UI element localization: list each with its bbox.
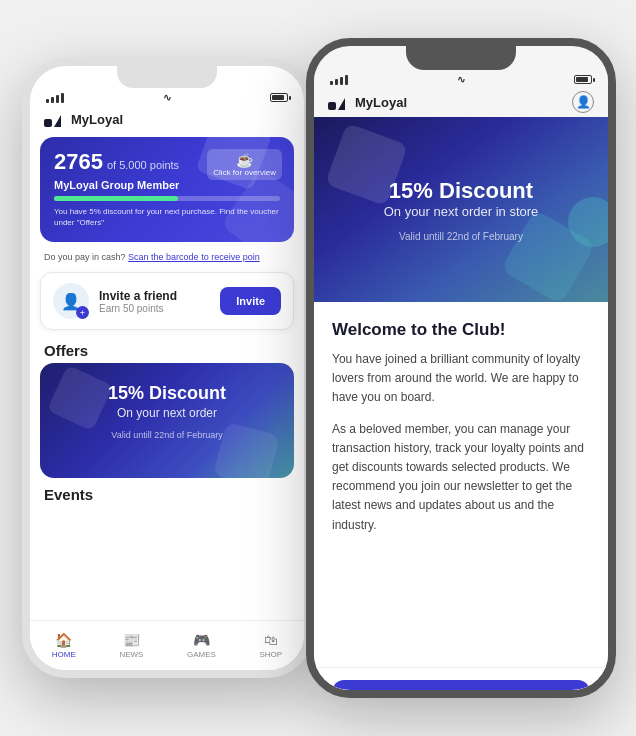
status-bar-1: ∿ bbox=[30, 88, 304, 105]
plus-badge: + bbox=[76, 306, 89, 319]
offer-card-title-1: 15% Discount bbox=[58, 383, 276, 404]
barcode-link[interactable]: Scan the barcode to receive poin bbox=[128, 252, 260, 262]
nav-news[interactable]: 📰 NEWS bbox=[119, 632, 143, 659]
logo-sq-2 bbox=[328, 102, 336, 110]
events-section-title: Events bbox=[30, 478, 304, 507]
points-number: 2765 bbox=[54, 149, 103, 175]
modal-offer-title: 15% Discount bbox=[389, 178, 533, 204]
signal-icon-2 bbox=[330, 75, 348, 85]
offer-card-valid-1: Valid untill 22nd of February bbox=[58, 430, 276, 440]
invite-button[interactable]: Invite bbox=[220, 287, 281, 315]
logo-icon-2 bbox=[328, 94, 350, 110]
teal-blob bbox=[568, 197, 608, 247]
modal-offer-card: 15% Discount On your next order in store… bbox=[314, 117, 608, 302]
welcome-para-1: You have joined a brilliant community of… bbox=[332, 350, 590, 408]
wifi-icon: ∿ bbox=[163, 92, 171, 103]
phone-1: ∿ MyLoyal 2765 of 5.000 points ☕ Click f… bbox=[22, 58, 312, 678]
overview-label: Click for overview bbox=[213, 168, 276, 177]
bottom-nav-1: 🏠 HOME 📰 NEWS 🎮 GAMES 🛍 SHOP bbox=[30, 620, 304, 670]
offers-section-title: Offers bbox=[30, 334, 304, 363]
app-name-2: MyLoyal bbox=[355, 95, 407, 110]
status-bar-2: ∿ bbox=[314, 70, 608, 87]
battery-icon-2 bbox=[574, 75, 592, 84]
points-total: of 5.000 points bbox=[107, 159, 179, 171]
cash-pay-bar: Do you pay in cash? Scan the barcode to … bbox=[30, 246, 304, 268]
modal-offer-valid: Valid untill 22nd of February bbox=[399, 231, 523, 242]
nav-games-label: GAMES bbox=[187, 650, 216, 659]
invite-title: Invite a friend bbox=[99, 289, 177, 303]
offer-card-sub-1: On your next order bbox=[58, 406, 276, 420]
nav-news-label: NEWS bbox=[119, 650, 143, 659]
games-icon: 🎮 bbox=[193, 632, 210, 648]
app-logo-1: MyLoyal bbox=[44, 111, 123, 127]
nav-shop-label: SHOP bbox=[259, 650, 282, 659]
nav-games[interactable]: 🎮 GAMES bbox=[187, 632, 216, 659]
invite-left: 👤 + Invite a friend Earn 50 points bbox=[53, 283, 177, 319]
logo-triangle bbox=[54, 115, 61, 127]
modal-offer-sub: On your next order in store bbox=[384, 204, 539, 219]
home-icon: 🏠 bbox=[55, 632, 72, 648]
user-avatar-icon[interactable]: 👤 bbox=[572, 91, 594, 113]
phone2-bottom-nav: 🏠 HOME bbox=[314, 693, 608, 698]
news-icon: 📰 bbox=[123, 632, 140, 648]
shop-icon: 🛍 bbox=[264, 632, 278, 648]
notch-1 bbox=[117, 66, 217, 88]
nav-shop[interactable]: 🛍 SHOP bbox=[259, 632, 282, 659]
signal-icon bbox=[46, 93, 64, 103]
battery-icon bbox=[270, 93, 288, 102]
discount-text: You have 5% discount for your next purch… bbox=[54, 206, 280, 228]
progress-bar-bg bbox=[54, 196, 280, 201]
nav-home-label: HOME bbox=[52, 650, 76, 659]
redeem-button[interactable]: Redeem bbox=[332, 680, 590, 698]
phone2-modal-content: 15% Discount On your next order in store… bbox=[314, 117, 608, 698]
app-header-1: MyLoyal bbox=[30, 105, 304, 133]
logo-square bbox=[44, 119, 52, 127]
app-name-1: MyLoyal bbox=[71, 112, 123, 127]
invite-text: Invite a friend Earn 50 points bbox=[99, 289, 177, 314]
logo-icon bbox=[44, 111, 66, 127]
progress-bar-fill bbox=[54, 196, 178, 201]
welcome-title: Welcome to the Club! bbox=[332, 320, 590, 340]
cash-pay-text: Do you pay in cash? bbox=[44, 252, 126, 262]
notch-2 bbox=[406, 46, 516, 70]
app-logo-2: MyLoyal bbox=[328, 94, 407, 110]
invite-row: 👤 + Invite a friend Earn 50 points Invit… bbox=[40, 272, 294, 330]
invite-subtitle: Earn 50 points bbox=[99, 303, 177, 314]
offer-card-1[interactable]: 15% Discount On your next order Valid un… bbox=[40, 363, 294, 478]
modal-text-content: Welcome to the Club! You have joined a b… bbox=[314, 302, 608, 667]
logo-tri-2 bbox=[338, 98, 345, 110]
invite-avatar: 👤 + bbox=[53, 283, 89, 319]
points-card[interactable]: 2765 of 5.000 points ☕ Click for overvie… bbox=[40, 137, 294, 242]
phone-2: ∿ MyLoyal 👤 15% Discount On your next or… bbox=[306, 38, 616, 698]
redeem-bar: Redeem bbox=[314, 667, 608, 698]
phone2-header: MyLoyal 👤 bbox=[314, 87, 608, 117]
wifi-icon-2: ∿ bbox=[457, 74, 465, 85]
member-level: MyLoyal Group Member bbox=[54, 179, 280, 191]
welcome-para-2: As a beloved member, you can manage your… bbox=[332, 420, 590, 535]
click-overview[interactable]: ☕ Click for overview bbox=[207, 149, 282, 180]
nav-home[interactable]: 🏠 HOME bbox=[52, 632, 76, 659]
